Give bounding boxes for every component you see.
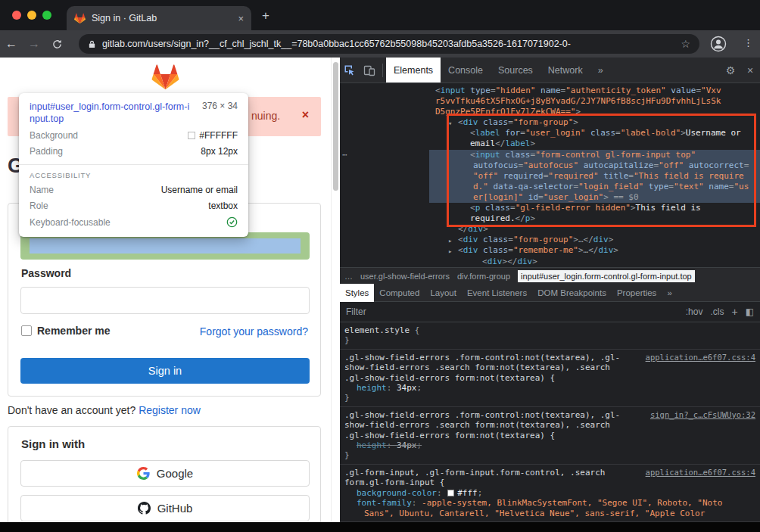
github-logo-icon xyxy=(138,502,151,515)
style-line[interactable]: } xyxy=(344,335,755,345)
tooltip-value: Username or email xyxy=(161,185,238,195)
style-line[interactable]: .gl-show-field-errors form:not(textarea)… xyxy=(344,431,755,440)
dom-line[interactable]: ▾<div class="form-group"> xyxy=(340,117,760,128)
reload-button[interactable] xyxy=(45,39,68,50)
toggle-hover-state-button[interactable]: :hov xyxy=(686,306,703,317)
github-signin-button[interactable]: GitHub xyxy=(20,495,310,521)
google-button-label: Google xyxy=(157,467,193,480)
more-panel-tabs-button[interactable]: » xyxy=(662,284,677,302)
window-fullscreen-button[interactable] xyxy=(42,11,51,20)
profile-avatar-icon[interactable] xyxy=(710,36,727,52)
css-source-link[interactable]: sign_in?_c…cFsUWUyo:32 xyxy=(650,410,755,420)
dom-line[interactable]: required.</p> xyxy=(340,213,760,224)
breadcrumb-item[interactable]: … xyxy=(344,272,353,281)
dom-line[interactable]: r5vvTfku46tX5FhxOG+j8yBYvadG/2JY7NP6fB8s… xyxy=(340,96,760,107)
css-source-link[interactable]: application…e6f07.css:4 xyxy=(646,468,755,478)
expand-arrow-icon[interactable]: ▸ xyxy=(448,246,452,257)
dom-line[interactable]: </div> xyxy=(340,224,760,235)
tab-layout[interactable]: Layout xyxy=(425,284,462,302)
tab-styles[interactable]: Styles xyxy=(340,284,374,302)
style-line[interactable]: height: 34px; xyxy=(344,440,755,450)
dom-line[interactable]: D5gnzPe5PEnfrQ1Fv7lZekCWA=="> xyxy=(340,107,760,117)
style-rule[interactable]: application…e6f07.css:4.gl-form-input, .… xyxy=(340,465,760,522)
tab-event-listeners[interactable]: Event Listeners xyxy=(462,284,532,302)
dom-line[interactable]: autofocus="autofocus" autocapitalize="of… xyxy=(340,160,760,171)
style-line[interactable]: height: 34px; xyxy=(344,383,755,393)
tab-console[interactable]: Console xyxy=(441,58,491,82)
inspected-element-dimensions: 376 × 34 xyxy=(196,101,238,125)
style-line[interactable]: show-field-errors .search form:not(texta… xyxy=(344,362,755,372)
tab-close-icon[interactable]: × xyxy=(238,13,244,24)
tooltip-row-name: Name Username or email xyxy=(30,185,238,195)
style-line[interactable]: } xyxy=(344,393,755,403)
dom-line[interactable]: "off" required="required" title="This fi… xyxy=(340,171,760,182)
browser-menu-icon[interactable]: ⋮ xyxy=(743,37,753,48)
inspect-element-icon[interactable] xyxy=(340,64,360,76)
style-line[interactable]: background-color: #fff; xyxy=(344,488,755,498)
new-tab-button[interactable]: + xyxy=(262,8,269,23)
dom-line[interactable]: <div></div> xyxy=(340,257,760,267)
window-minimize-button[interactable] xyxy=(27,11,36,20)
page-scrollbar[interactable] xyxy=(331,58,340,522)
style-line[interactable]: element.style { xyxy=(344,325,755,335)
github-button-label: GitHub xyxy=(157,502,193,515)
toggle-classes-button[interactable]: .cls xyxy=(710,306,724,317)
tooltip-value: #FFFFFF xyxy=(199,130,238,141)
collapse-arrow-icon[interactable]: ▾ xyxy=(448,118,452,129)
dom-line[interactable]: er[login]" id="user_login"> == $0 xyxy=(340,192,760,203)
dom-line[interactable]: d." data-qa-selector="login_field" type=… xyxy=(340,182,760,192)
dom-line[interactable]: ▸<div class="remember-me">…</div> xyxy=(340,245,760,256)
device-toolbar-icon[interactable] xyxy=(360,64,379,76)
google-signin-button[interactable]: Google xyxy=(20,460,310,487)
style-line[interactable]: Sans", Ubuntu, Cantarell, "Helvetica Neu… xyxy=(344,509,755,518)
dom-line[interactable]: email</label> xyxy=(340,138,760,149)
scrollbar-thumb[interactable] xyxy=(333,62,338,191)
tab-properties[interactable]: Properties xyxy=(612,284,662,302)
signin-button[interactable]: Sign in xyxy=(20,358,310,384)
window-close-button[interactable] xyxy=(12,11,21,20)
dom-line[interactable]: ▸<div class="form-group">…</div> xyxy=(340,235,760,245)
browser-tab[interactable]: Sign in · GitLab × xyxy=(67,6,251,30)
style-rule[interactable]: application…e6f07.css:4.gl-show-field-er… xyxy=(340,350,760,407)
dom-line[interactable]: <input class="form-control gl-form-input… xyxy=(340,150,760,160)
more-tabs-button[interactable]: » xyxy=(590,58,611,82)
devtools-close-icon[interactable]: × xyxy=(740,64,760,76)
style-line[interactable]: } xyxy=(344,450,755,460)
style-rule[interactable]: element.style {} xyxy=(340,322,760,350)
tab-computed[interactable]: Computed xyxy=(374,284,425,302)
back-button[interactable]: ← xyxy=(0,37,23,51)
expand-arrow-icon[interactable]: ▸ xyxy=(448,235,452,246)
forgot-password-link[interactable]: Forgot your password? xyxy=(200,325,308,338)
tab-sources[interactable]: Sources xyxy=(491,58,540,82)
dom-line[interactable]: <input type="hidden" name="authenticity_… xyxy=(340,86,760,96)
breadcrumb-item[interactable]: div.form-group xyxy=(457,272,510,281)
style-line[interactable]: show-field-errors .search form:not(texta… xyxy=(344,420,755,430)
style-line[interactable]: font-family: -apple-system, BlinkMacSyst… xyxy=(344,498,755,508)
breadcrumb-item[interactable]: user.gl-show-field-errors xyxy=(360,272,450,281)
tooltip-label: Role xyxy=(30,201,48,211)
dom-line[interactable]: <p class="gl-field-error hidden">This fi… xyxy=(340,203,760,213)
style-rule[interactable]: sign_in?_c…cFsUWUyo:32.gl-show-field-err… xyxy=(340,407,760,465)
filter-input[interactable]: Filter xyxy=(346,306,678,317)
tab-dom-breakpoints[interactable]: DOM Breakpoints xyxy=(532,284,612,302)
address-bar[interactable]: gitlab.com/users/sign_in?__cf_chl_jschl_… xyxy=(79,34,699,54)
devtools-settings-icon[interactable]: ⚙ xyxy=(721,64,740,76)
style-line[interactable]: form.gl-form-input { xyxy=(344,478,755,487)
remember-me-checkbox[interactable] xyxy=(21,325,32,336)
keyboard-focusable-check-icon xyxy=(226,216,238,228)
css-source-link[interactable]: application…e6f07.css:4 xyxy=(646,353,755,362)
bookmark-star-icon[interactable]: ☆ xyxy=(681,38,690,50)
toolbar-divider xyxy=(382,64,383,77)
tab-network[interactable]: Network xyxy=(540,58,590,82)
password-input[interactable] xyxy=(20,287,310,314)
forward-button[interactable]: → xyxy=(23,37,45,51)
alert-close-icon[interactable]: × xyxy=(302,108,309,122)
breadcrumb-item[interactable]: input#user_login.form-control.gl-form-in… xyxy=(518,270,695,282)
dom-line[interactable]: <label for="user_login" class="label-bol… xyxy=(340,128,760,138)
dom-tree-lines: <input type="hidden" name="authenticity_… xyxy=(340,86,760,267)
panel-layout-icon[interactable]: ◧ xyxy=(746,306,754,317)
style-line[interactable]: .gl-show-field-errors form:not(textarea)… xyxy=(344,373,755,383)
new-style-rule-button[interactable]: + xyxy=(731,306,737,318)
tab-elements[interactable]: Elements xyxy=(386,58,441,82)
register-now-link[interactable]: Register now xyxy=(139,404,201,416)
